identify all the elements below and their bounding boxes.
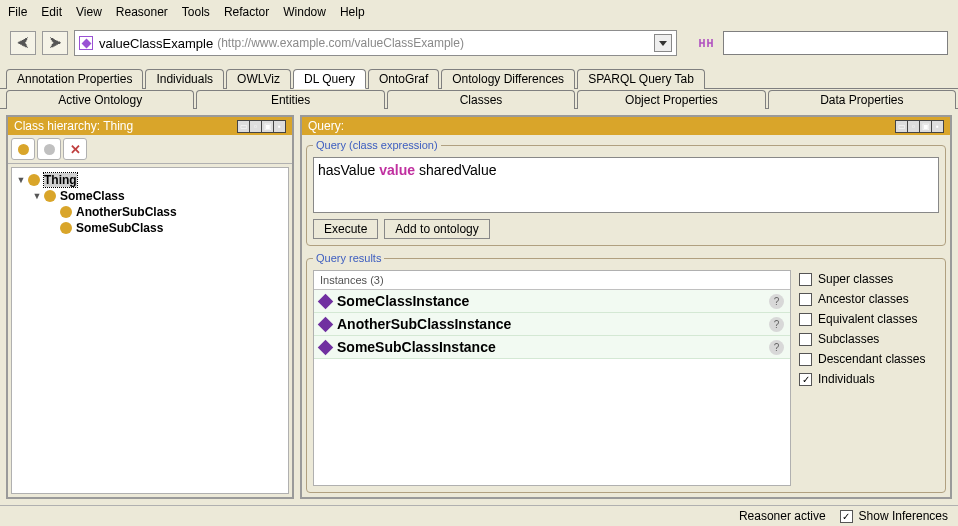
checkbox-icon[interactable]: [799, 313, 812, 326]
menu-help[interactable]: Help: [338, 3, 377, 21]
class-hierarchy-title-text: Class hierarchy: Thing: [14, 119, 133, 133]
individual-icon: [318, 339, 334, 355]
tab-dl-query[interactable]: DL Query: [293, 69, 366, 89]
main-content: Class hierarchy: Thing ▭ ▫ ▣ ▪ ✕ ▼ Thing…: [0, 109, 958, 505]
ontology-dropdown-arrow[interactable]: [654, 34, 672, 52]
panel-close-icon[interactable]: ▪: [273, 120, 286, 133]
result-type-checkboxes: Super classes Ancestor classes Equivalen…: [799, 270, 939, 486]
panel-window-controls: ▭ ▫ ▣ ▪: [896, 120, 944, 133]
back-button[interactable]: ⮜: [10, 31, 36, 55]
forward-button[interactable]: ⮞: [42, 31, 68, 55]
query-panel: Query: ▭ ▫ ▣ ▪ Query (class expression) …: [300, 115, 952, 499]
panel-close-icon[interactable]: ▪: [931, 120, 944, 133]
explain-icon[interactable]: ?: [769, 317, 784, 332]
query-expression-input[interactable]: hasValue value sharedValue: [313, 157, 939, 213]
checkbox-label: Subclasses: [818, 332, 879, 346]
menubar: File Edit View Reasoner Tools Refactor W…: [0, 0, 958, 24]
individual-icon: [318, 293, 334, 309]
tree-label: Thing: [44, 173, 77, 187]
result-name: AnotherSubClassInstance: [337, 316, 511, 332]
checkbox-icon[interactable]: [799, 353, 812, 366]
tree-toggle-icon[interactable]: ▼: [32, 191, 42, 201]
explain-icon[interactable]: ?: [769, 294, 784, 309]
query-panel-title-text: Query:: [308, 119, 344, 133]
checkbox-subclasses[interactable]: Subclasses: [799, 332, 939, 346]
checkbox-icon[interactable]: [799, 373, 812, 386]
search-icon: [693, 31, 717, 55]
menu-view[interactable]: View: [74, 3, 114, 21]
checkbox-icon[interactable]: [799, 333, 812, 346]
add-sibling-button[interactable]: [37, 138, 61, 160]
tab-data-properties[interactable]: Data Properties: [768, 90, 956, 109]
menu-tools[interactable]: Tools: [180, 3, 222, 21]
checkbox-icon[interactable]: [799, 273, 812, 286]
query-results-fieldset: Query results Instances (3) SomeClassIns…: [306, 252, 946, 493]
tree-node-thing[interactable]: ▼ Thing: [16, 172, 284, 188]
tree-node-someclass[interactable]: ▼ SomeClass: [16, 188, 284, 204]
tab-ontology-differences[interactable]: Ontology Differences: [441, 69, 575, 89]
query-button-row: Execute Add to ontology: [313, 219, 939, 239]
show-inferences-checkbox[interactable]: Show Inferences: [840, 509, 948, 523]
query-body: Query (class expression) hasValue value …: [302, 135, 950, 497]
result-row[interactable]: AnotherSubClassInstance ?: [314, 313, 790, 336]
query-keyword: value: [379, 162, 415, 178]
ontology-selector[interactable]: valueClassExample (http://www.example.co…: [74, 30, 677, 56]
checkbox-icon[interactable]: [799, 293, 812, 306]
checkbox-descendant-classes[interactable]: Descendant classes: [799, 352, 939, 366]
add-subclass-button[interactable]: [11, 138, 35, 160]
result-row[interactable]: SomeSubClassInstance ?: [314, 336, 790, 359]
execute-button[interactable]: Execute: [313, 219, 378, 239]
checkbox-label: Show Inferences: [859, 509, 948, 523]
result-row[interactable]: SomeClassInstance ?: [314, 290, 790, 313]
tree-toolbar: ✕: [8, 135, 292, 164]
toolbar: ⮜ ⮞ valueClassExample (http://www.exampl…: [0, 24, 958, 64]
class-icon: [44, 190, 56, 202]
query-expression-legend: Query (class expression): [313, 139, 441, 151]
query-text: sharedValue: [415, 162, 496, 178]
tree-label: AnotherSubClass: [76, 205, 177, 219]
ontology-icon: [79, 36, 93, 50]
tree-label: SomeClass: [60, 189, 125, 203]
checkbox-label: Ancestor classes: [818, 292, 909, 306]
checkbox-equivalent-classes[interactable]: Equivalent classes: [799, 312, 939, 326]
menu-reasoner[interactable]: Reasoner: [114, 3, 180, 21]
result-name: SomeSubClassInstance: [337, 339, 496, 355]
class-hierarchy-panel: Class hierarchy: Thing ▭ ▫ ▣ ▪ ✕ ▼ Thing…: [6, 115, 294, 499]
checkbox-ancestor-classes[interactable]: Ancestor classes: [799, 292, 939, 306]
explain-icon[interactable]: ?: [769, 340, 784, 355]
tab-individuals[interactable]: Individuals: [145, 69, 224, 89]
menu-edit[interactable]: Edit: [39, 3, 74, 21]
checkbox-super-classes[interactable]: Super classes: [799, 272, 939, 286]
tab-ontograf[interactable]: OntoGraf: [368, 69, 439, 89]
delete-class-button[interactable]: ✕: [63, 138, 87, 160]
menu-file[interactable]: File: [6, 3, 39, 21]
checkbox-icon[interactable]: [840, 510, 853, 523]
class-tree[interactable]: ▼ Thing ▼ SomeClass ▼ AnotherSubClass ▼ …: [11, 167, 289, 494]
lower-tabstrip: Active Ontology Entities Classes Object …: [0, 89, 958, 109]
ontology-name: valueClassExample: [99, 36, 213, 51]
menu-window[interactable]: Window: [281, 3, 338, 21]
query-text: hasValue: [318, 162, 379, 178]
tree-toggle-icon[interactable]: ▼: [16, 175, 26, 185]
add-to-ontology-button[interactable]: Add to ontology: [384, 219, 489, 239]
tree-node-anothersubclass[interactable]: ▼ AnotherSubClass: [16, 204, 284, 220]
tab-entities[interactable]: Entities: [196, 90, 384, 109]
tab-classes[interactable]: Classes: [387, 90, 575, 109]
tab-annotation-properties[interactable]: Annotation Properties: [6, 69, 143, 89]
tab-active-ontology[interactable]: Active Ontology: [6, 90, 194, 109]
individual-icon: [318, 316, 334, 332]
class-icon: [60, 206, 72, 218]
panel-window-controls: ▭ ▫ ▣ ▪: [238, 120, 286, 133]
tab-owlviz[interactable]: OWLViz: [226, 69, 291, 89]
tabstrip-container: Annotation Properties Individuals OWLViz…: [0, 64, 958, 109]
tree-label: SomeSubClass: [76, 221, 163, 235]
checkbox-label: Individuals: [818, 372, 875, 386]
search-input[interactable]: [723, 31, 948, 55]
tab-object-properties[interactable]: Object Properties: [577, 90, 765, 109]
status-bar: Reasoner active Show Inferences: [0, 505, 958, 526]
menu-refactor[interactable]: Refactor: [222, 3, 281, 21]
tree-node-somesubclass[interactable]: ▼ SomeSubClass: [16, 220, 284, 236]
tab-sparql[interactable]: SPARQL Query Tab: [577, 69, 705, 89]
checkbox-label: Super classes: [818, 272, 893, 286]
checkbox-individuals[interactable]: Individuals: [799, 372, 939, 386]
